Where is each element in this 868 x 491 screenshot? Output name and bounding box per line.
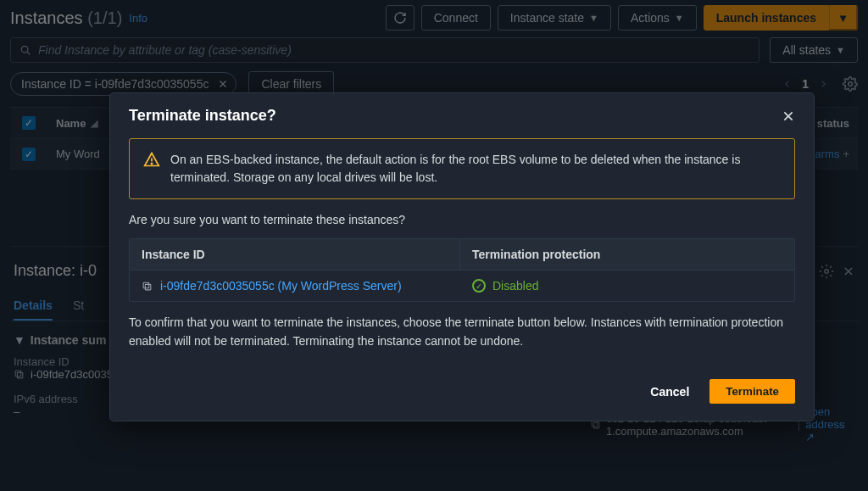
warning-alert: On an EBS-backed instance, the default a…: [129, 138, 795, 199]
th-instance-id: Instance ID: [130, 239, 460, 270]
svg-rect-21: [143, 282, 149, 288]
terminate-modal: Terminate instance? On an EBS-backed ins…: [110, 93, 814, 421]
modal-header: Terminate instance?: [110, 93, 814, 133]
td-instance-id[interactable]: i-09fde7d3c0035055c (My WordPress Server…: [130, 271, 460, 301]
warning-text: On an EBS-backed instance, the default a…: [170, 151, 781, 187]
terminate-note: To confirm that you want to terminate th…: [129, 314, 795, 350]
terminate-button[interactable]: Terminate: [709, 379, 795, 404]
modal-title: Terminate instance?: [129, 107, 276, 125]
warning-icon: [143, 151, 160, 187]
modal-close-button[interactable]: [782, 109, 795, 123]
svg-rect-20: [145, 284, 151, 290]
modal-footer: Cancel Terminate: [110, 365, 814, 421]
cancel-button[interactable]: Cancel: [642, 379, 698, 404]
svg-point-19: [151, 163, 152, 164]
confirm-question: Are you sure you want to terminate these…: [129, 213, 795, 226]
th-termination-protection: Termination protection: [460, 239, 794, 270]
td-termination-protection: ✓ Disabled: [460, 271, 794, 301]
status-disabled-icon: ✓: [472, 279, 486, 293]
terminate-table-header: Instance ID Termination protection: [130, 239, 794, 270]
terminate-table: Instance ID Termination protection i-09f…: [129, 238, 795, 302]
terminate-table-row: i-09fde7d3c0035055c (My WordPress Server…: [130, 270, 794, 301]
copy-icon[interactable]: [142, 281, 153, 292]
